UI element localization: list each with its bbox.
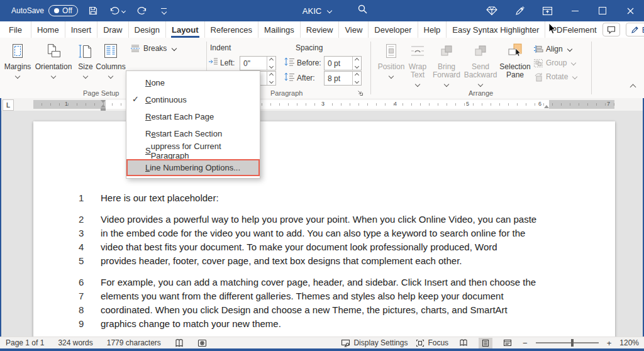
zoom-level[interactable]: 120%	[619, 338, 639, 347]
horizontal-ruler[interactable]: 1 3 4 5 6 7	[33, 100, 614, 109]
autosave-switch[interactable]: Off	[48, 5, 78, 16]
redo-button[interactable]	[135, 4, 149, 18]
document-area: 1 Here is our text placeholder: 2 Video …	[0, 111, 644, 337]
bring-forward-chevron-icon	[444, 82, 449, 87]
tab-review[interactable]: Review	[301, 21, 340, 38]
tab-insert[interactable]: Insert	[65, 21, 98, 38]
spacing-before-label: Before:	[297, 58, 321, 67]
paragraph-dialog-launcher[interactable]	[357, 89, 364, 96]
hanging-indent-marker[interactable]	[101, 104, 106, 111]
spacing-after-field[interactable]: 8 pt	[324, 71, 362, 86]
breaks-button[interactable]: Breaks	[127, 42, 179, 55]
tab-design[interactable]: Design	[129, 21, 166, 38]
print-layout-button[interactable]	[479, 338, 492, 348]
read-mode-button[interactable]	[457, 338, 470, 348]
line-text[interactable]: graphics change to match your new theme.	[101, 317, 281, 331]
zoom-slider-thumb[interactable]	[571, 339, 574, 347]
group-label: Group	[546, 58, 567, 67]
zoom-out-button[interactable]: −	[523, 338, 528, 348]
columns-button[interactable]: Columns	[96, 40, 126, 81]
spacing-after-spinner[interactable]	[352, 72, 361, 85]
close-button[interactable]	[616, 0, 644, 21]
tab-layout[interactable]: Layout	[166, 21, 205, 38]
margins-icon	[10, 42, 25, 60]
menu-item-continuous[interactable]: ✓ Continuous	[126, 91, 260, 108]
tab-view[interactable]: View	[339, 21, 369, 38]
character-count[interactable]: 1779 characters	[107, 338, 161, 347]
line-text[interactable]: Here is our text placeholder:	[101, 191, 219, 205]
align-label: Align	[546, 45, 563, 53]
indent-left-label: Left:	[220, 58, 235, 67]
tab-help[interactable]: Help	[418, 21, 447, 38]
selection-pane-button[interactable]: Selection Pane	[497, 40, 533, 79]
undo-button[interactable]	[108, 4, 127, 18]
indent-right-spinner[interactable]	[267, 72, 275, 85]
spacing-before-icon	[284, 57, 295, 66]
tab-pdfelement[interactable]: PDFelement	[545, 21, 602, 38]
web-layout-button[interactable]	[501, 338, 514, 348]
collapse-ribbon-button[interactable]	[628, 82, 635, 93]
document-page[interactable]: 1 Here is our text placeholder: 2 Video …	[33, 121, 615, 337]
save-button[interactable]	[86, 4, 100, 18]
undo-dropdown-chevron-icon[interactable]	[121, 8, 126, 13]
paragraph-group-label: Paragraph	[270, 89, 303, 97]
menu-item-line-numbering-options[interactable]: Line Numbering Options...	[126, 159, 260, 176]
menu-item-restart-each-section[interactable]: Restart Each Section	[126, 125, 260, 142]
zoom-in-button[interactable]: +	[607, 338, 612, 348]
spacing-before-spinner[interactable]	[352, 57, 361, 70]
document-line: 5 provides header, footer, cover page, a…	[79, 254, 601, 268]
tab-draw[interactable]: Draw	[97, 21, 128, 38]
proofing-status-button[interactable]	[175, 338, 184, 348]
zoom-slider[interactable]	[536, 342, 599, 343]
ink-pen-button[interactable]	[506, 0, 533, 21]
tab-easy-syntax-highlighter[interactable]: Easy Syntax Highlighter	[447, 21, 545, 38]
menu-item-restart-each-page[interactable]: Restart Each Page	[126, 108, 260, 125]
spacing-after-icon	[284, 72, 295, 81]
line-text[interactable]: video that best fits your document. To m…	[101, 240, 497, 254]
spacing-before-field[interactable]: 0 pt	[324, 56, 362, 70]
focus-button[interactable]: Focus	[416, 338, 448, 347]
premium-button[interactable]	[478, 0, 506, 21]
maximize-button[interactable]	[589, 0, 616, 21]
first-line-indent-marker[interactable]	[101, 100, 106, 103]
spacing-label: Spacing	[296, 43, 323, 52]
ribbon-display-options-button[interactable]	[533, 0, 561, 21]
align-button[interactable]: Align	[533, 43, 572, 55]
indent-left-spinner[interactable]	[267, 57, 275, 70]
autosave-toggle[interactable]: AutoSave Off	[11, 5, 78, 16]
customize-quick-access-button[interactable]	[157, 4, 171, 18]
line-text[interactable]: Video provides a powerful way to help yo…	[101, 213, 536, 226]
editing-mode-button[interactable]: Editing	[626, 23, 644, 36]
tab-developer[interactable]: Developer	[369, 21, 418, 38]
line-number: 4	[79, 240, 101, 254]
breaks-label: Breaks	[143, 44, 167, 53]
orientation-button[interactable]: Orientation	[35, 40, 72, 81]
menu-item-suppress-current-paragraph[interactable]: Suppress for Current Paragraph	[126, 142, 260, 159]
tab-stop-selector[interactable]: L	[3, 99, 14, 111]
comments-button[interactable]	[602, 23, 620, 36]
columns-label: Columns	[96, 63, 125, 71]
tab-file[interactable]: File	[0, 21, 31, 38]
line-text[interactable]: For example, you can add a matching cove…	[101, 276, 536, 289]
page-indicator[interactable]: Page 1 of 1	[6, 338, 44, 347]
search-button[interactable]	[357, 4, 368, 14]
word-count[interactable]: 324 words	[58, 338, 92, 347]
line-text[interactable]: provides header, footer, cover page, and…	[101, 254, 462, 268]
indent-left-field[interactable]: 0"	[240, 56, 276, 70]
tab-mailings[interactable]: Mailings	[258, 21, 301, 38]
macro-recording-button[interactable]	[197, 339, 207, 347]
minimize-button[interactable]	[561, 0, 589, 21]
line-text[interactable]: elements you want from the different gal…	[101, 289, 504, 303]
size-button[interactable]: Size	[73, 40, 98, 81]
document-title-button[interactable]: AKIC	[303, 6, 331, 16]
menu-item-none[interactable]: None	[126, 74, 260, 91]
dialog-launcher-icon	[357, 89, 364, 96]
group-separator	[370, 42, 371, 94]
line-text[interactable]: coordinated. When you click Design and c…	[101, 303, 508, 317]
display-settings-button[interactable]: Display Settings	[341, 338, 408, 347]
tab-home[interactable]: Home	[31, 21, 65, 38]
line-text[interactable]: in the embed code for the video you want…	[101, 226, 525, 240]
margins-button[interactable]: Margins	[3, 40, 33, 81]
right-indent-marker[interactable]	[544, 105, 549, 108]
tab-references[interactable]: References	[205, 21, 258, 38]
